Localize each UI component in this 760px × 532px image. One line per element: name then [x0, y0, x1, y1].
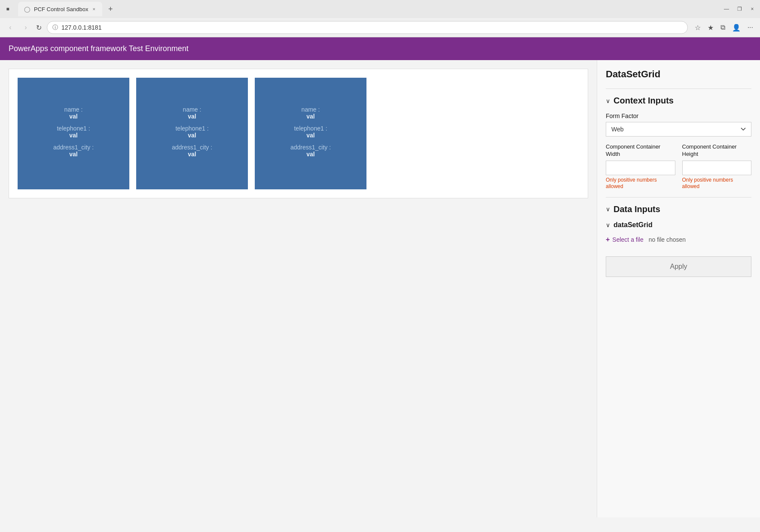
tab-page-icon: ◯ — [24, 6, 31, 12]
app-title: PowerApps component framework Test Envir… — [9, 44, 189, 53]
favorites-star-icon[interactable]: ☆ — [693, 22, 702, 33]
container-height-input[interactable] — [682, 161, 752, 175]
data-inputs-heading: Data Inputs — [613, 204, 660, 214]
address-val: val — [306, 151, 314, 158]
card-address-row: address1_city : val — [53, 144, 94, 158]
telephone-val: val — [306, 132, 314, 139]
name-label: name : — [302, 106, 320, 113]
name-label: name : — [64, 106, 83, 113]
card-name-row: name : val — [183, 106, 201, 120]
container-height-error: Only positive numbers allowed — [682, 177, 752, 190]
apply-button[interactable]: Apply — [606, 256, 751, 277]
data-card: name : val telephone1 : val address1_cit… — [18, 78, 129, 189]
address-bar: ‹ › ↻ ⓘ 127.0.0.1:8181 ☆ ★ ⧉ 👤 ··· — [0, 18, 760, 37]
url-text: 127.0.0.1:8181 — [61, 24, 682, 31]
card-address-row: address1_city : val — [172, 144, 212, 158]
window-controls: ■ — [4, 6, 11, 12]
title-bar: ■ ◯ PCF Control Sandbox × + — ❐ × — [0, 0, 760, 18]
data-card: name : val telephone1 : val address1_cit… — [136, 78, 248, 189]
back-button[interactable]: ‹ — [5, 22, 15, 33]
divider-2 — [606, 197, 751, 198]
card-telephone-row: telephone1 : val — [57, 125, 90, 139]
more-options-icon[interactable]: ··· — [746, 22, 755, 33]
browser-actions: ☆ ★ ⧉ 👤 ··· — [693, 22, 755, 33]
card-telephone-row: telephone1 : val — [294, 125, 327, 139]
form-factor-select[interactable]: Web Tablet Phone — [606, 122, 751, 137]
window-close-button[interactable]: × — [749, 6, 756, 12]
container-width-input[interactable] — [606, 161, 675, 175]
dataset-grid-section-header[interactable]: ∨ dataSetGrid — [606, 221, 751, 229]
url-bar[interactable]: ⓘ 127.0.0.1:8181 — [47, 21, 688, 34]
data-inputs-section-header[interactable]: ∨ Data Inputs — [606, 204, 751, 214]
address-val: val — [188, 151, 196, 158]
tab-close-icon[interactable]: × — [92, 6, 96, 12]
form-factor-label: Form Factor — [606, 112, 751, 119]
data-inputs-chevron-icon: ∨ — [606, 206, 610, 213]
minimize-button[interactable]: — — [723, 6, 730, 12]
data-card: name : val telephone1 : val address1_cit… — [255, 78, 366, 189]
container-width-group: Component Container Width Only positive … — [606, 143, 675, 190]
select-file-label: Select a file — [612, 236, 643, 243]
name-label: name : — [183, 106, 201, 113]
container-dimensions: Component Container Width Only positive … — [606, 143, 751, 190]
tab-title: PCF Control Sandbox — [34, 6, 88, 12]
collections-icon[interactable]: ⧉ — [719, 22, 727, 33]
plus-icon: + — [606, 236, 610, 243]
address-label: address1_city : — [172, 144, 212, 151]
name-val: val — [306, 113, 314, 120]
data-inputs-section: ∨ Data Inputs ∨ dataSetGrid + Select a f… — [606, 204, 751, 243]
new-tab-button[interactable]: + — [104, 3, 117, 15]
address-val: val — [69, 151, 77, 158]
dataset-grid-chevron-icon: ∨ — [606, 222, 610, 228]
select-file-button[interactable]: + Select a file — [606, 236, 644, 243]
sidebar: DataSetGrid ∨ Context Inputs Form Factor… — [597, 60, 760, 517]
no-file-text: no file chosen — [649, 236, 686, 243]
telephone-label: telephone1 : — [294, 125, 327, 132]
forward-button[interactable]: › — [21, 22, 31, 33]
restore-button[interactable]: ❐ — [736, 6, 743, 12]
context-inputs-heading: Context Inputs — [613, 96, 674, 106]
info-icon: ⓘ — [52, 24, 58, 31]
name-val: val — [188, 113, 196, 120]
address-label: address1_city : — [290, 144, 331, 151]
context-inputs-section-header[interactable]: ∨ Context Inputs — [606, 96, 751, 106]
container-width-label: Component Container Width — [606, 143, 675, 158]
reload-button[interactable]: ↻ — [36, 24, 42, 32]
context-inputs-chevron-icon: ∨ — [606, 97, 610, 104]
favorites-collection-icon[interactable]: ★ — [706, 22, 715, 33]
card-address-row: address1_city : val — [290, 144, 331, 158]
telephone-label: telephone1 : — [175, 125, 208, 132]
telephone-val: val — [188, 132, 196, 139]
sidebar-title: DataSetGrid — [606, 69, 751, 80]
dataset-grid-heading: dataSetGrid — [613, 221, 653, 229]
browser-tab[interactable]: ◯ PCF Control Sandbox × — [18, 2, 102, 16]
address-label: address1_city : — [53, 144, 94, 151]
telephone-label: telephone1 : — [57, 125, 90, 132]
profile-icon[interactable]: 👤 — [730, 22, 742, 33]
sidebar-toggle-icon[interactable]: ■ — [4, 6, 11, 12]
telephone-val: val — [69, 132, 77, 139]
card-name-row: name : val — [64, 106, 83, 120]
name-val: val — [69, 113, 77, 120]
browser-chrome: ■ ◯ PCF Control Sandbox × + — ❐ × ‹ › ↻ … — [0, 0, 760, 37]
component-container: name : val telephone1 : val address1_cit… — [9, 69, 588, 198]
card-name-row: name : val — [302, 106, 320, 120]
file-select-row: + Select a file no file chosen — [606, 236, 751, 243]
app-header: PowerApps component framework Test Envir… — [0, 37, 760, 60]
container-height-label: Component Container Height — [682, 143, 752, 158]
card-telephone-row: telephone1 : val — [175, 125, 208, 139]
main-layout: name : val telephone1 : val address1_cit… — [0, 60, 760, 517]
divider — [606, 88, 751, 89]
content-area: name : val telephone1 : val address1_cit… — [0, 60, 597, 517]
container-width-error: Only positive numbers allowed — [606, 177, 675, 190]
container-height-group: Component Container Height Only positive… — [682, 143, 752, 190]
